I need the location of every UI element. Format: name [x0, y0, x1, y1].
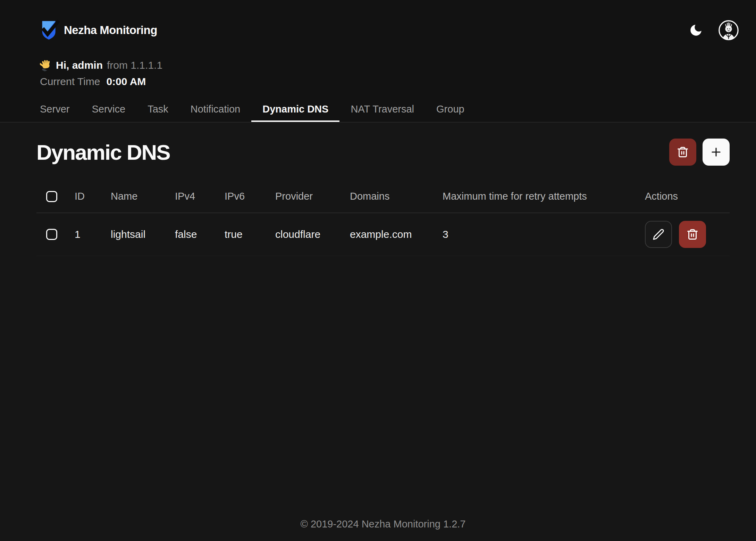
- tab-group[interactable]: Group: [436, 103, 464, 115]
- row-actions: [645, 221, 730, 248]
- bulk-delete-button[interactable]: [669, 139, 696, 166]
- add-record-button[interactable]: [703, 139, 730, 166]
- trash-icon: [677, 146, 689, 158]
- col-header-provider: Provider: [275, 185, 350, 213]
- nav-tabs: Server Service Task Notification Dynamic…: [0, 90, 756, 122]
- app-logo-icon: [41, 20, 58, 41]
- table-row: 1 lightsail false true cloudflare exampl…: [36, 213, 730, 256]
- ddns-table: ID Name IPv4 IPv6 Provider Domains Maxim…: [36, 185, 730, 256]
- tab-service[interactable]: Service: [92, 103, 125, 115]
- app-header: Nezha Monitoring: [0, 0, 756, 123]
- page-title: Dynamic DNS: [36, 140, 170, 165]
- greeting-user: Hi, admin: [56, 57, 103, 73]
- main-content: Dynamic DNS: [0, 123, 756, 541]
- table-header-row: ID Name IPv4 IPv6 Provider Domains Maxim…: [36, 185, 730, 213]
- greeting-line: Hi, admin from 1.1.1.1: [40, 57, 756, 73]
- tab-dynamic-dns[interactable]: Dynamic DNS: [262, 103, 328, 115]
- page-head: Dynamic DNS: [36, 139, 730, 166]
- greeting-from-ip: from 1.1.1.1: [107, 57, 162, 73]
- topbar-right: [688, 19, 739, 41]
- wave-icon: [40, 59, 52, 71]
- app-title: Nezha Monitoring: [64, 24, 157, 37]
- cell-ipv6: true: [225, 213, 275, 256]
- col-header-ipv4: IPv4: [175, 185, 225, 213]
- topbar: Nezha Monitoring: [0, 0, 756, 41]
- col-header-name: Name: [111, 185, 175, 213]
- cell-domains: example.com: [350, 213, 443, 256]
- delete-row-button[interactable]: [679, 221, 706, 248]
- tab-nat-traversal[interactable]: NAT Traversal: [351, 103, 414, 115]
- plus-icon: [709, 145, 723, 159]
- theme-toggle-moon-icon[interactable]: [688, 22, 704, 38]
- app-brand[interactable]: Nezha Monitoring: [41, 20, 157, 41]
- col-header-max-retry: Maximum time for retry attempts: [443, 185, 645, 213]
- cell-max-retry: 3: [443, 213, 645, 256]
- trash-icon: [686, 228, 699, 241]
- tab-notification[interactable]: Notification: [191, 103, 240, 115]
- cell-name: lightsail: [111, 213, 175, 256]
- footer-copyright: © 2019-2024 Nezha Monitoring 1.2.7: [36, 518, 730, 541]
- tab-task[interactable]: Task: [148, 103, 168, 115]
- current-time-line: Current Time 0:00 AM: [40, 73, 756, 90]
- col-header-id: ID: [75, 185, 111, 213]
- current-time-value: 0:00 AM: [106, 73, 146, 90]
- col-header-ipv6: IPv6: [225, 185, 275, 213]
- toolbar: [669, 139, 730, 166]
- cell-ipv4: false: [175, 213, 225, 256]
- current-time-label: Current Time: [40, 73, 100, 90]
- tab-server[interactable]: Server: [40, 103, 69, 115]
- edit-row-button[interactable]: [645, 221, 672, 248]
- select-all-checkbox[interactable]: [46, 191, 57, 202]
- pencil-icon: [653, 228, 664, 240]
- greeting-block: Hi, admin from 1.1.1.1 Current Time 0:00…: [0, 41, 756, 90]
- col-header-actions: Actions: [645, 185, 730, 213]
- cell-id: 1: [75, 213, 111, 256]
- cell-provider: cloudflare: [275, 213, 350, 256]
- col-header-domains: Domains: [350, 185, 443, 213]
- nezha-dashboard: Nezha Monitoring: [0, 0, 756, 541]
- row-checkbox[interactable]: [46, 229, 57, 240]
- user-avatar[interactable]: [718, 19, 739, 41]
